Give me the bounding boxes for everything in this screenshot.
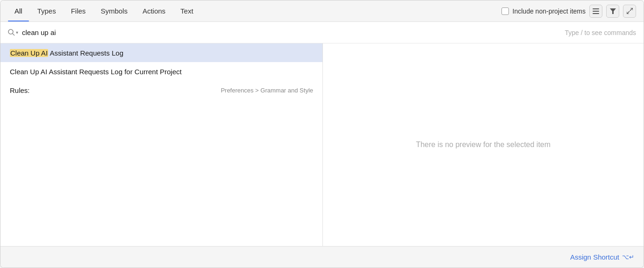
result-item-1[interactable]: Clean Up AI Assistant Requests Log: [0, 43, 322, 62]
search-bar: ▾ Type / to see commands: [0, 22, 644, 43]
tab-symbols[interactable]: Symbols: [94, 4, 134, 18]
search-dialog: All Types Files Symbols Actions Text Inc…: [0, 0, 644, 268]
svg-line-4: [630, 8, 633, 11]
assign-shortcut-label: Assign Shortcut: [570, 253, 619, 261]
tab-types[interactable]: Types: [31, 4, 63, 18]
expand-icon: [627, 8, 633, 14]
svg-line-5: [627, 11, 630, 14]
svg-rect-1: [593, 11, 599, 12]
list-icon: [593, 8, 599, 14]
shortcut-keys: ⌥↵: [622, 254, 634, 261]
result-item-1-rest: Assistant Requests Log: [48, 49, 123, 57]
results-panel: Clean Up AI Assistant Requests Log Clean…: [0, 43, 323, 246]
include-non-project-checkbox[interactable]: [501, 7, 509, 15]
filter-icon: [610, 8, 616, 14]
svg-marker-3: [610, 8, 616, 14]
rules-right-text: Preferences > Grammar and Style: [221, 87, 313, 94]
tab-files[interactable]: Files: [64, 4, 93, 18]
result-item-2-text: Clean Up AI Assistant Requests Log for C…: [10, 68, 182, 76]
tab-options: Include non-project items: [501, 5, 636, 18]
filter-button[interactable]: [606, 5, 619, 18]
tab-text[interactable]: Text: [174, 4, 200, 18]
expand-button[interactable]: [623, 5, 636, 18]
tab-bar: All Types Files Symbols Actions Text Inc…: [0, 0, 644, 22]
search-hint: Type / to see commands: [565, 29, 636, 36]
tab-all[interactable]: All: [8, 4, 29, 18]
result-item-2[interactable]: Clean Up AI Assistant Requests Log for C…: [0, 62, 322, 81]
result-item-2-left: Clean Up AI Assistant Requests Log for C…: [10, 68, 182, 76]
main-area: Clean Up AI Assistant Requests Log Clean…: [0, 43, 644, 246]
result-item-1-left: Clean Up AI Assistant Requests Log: [10, 49, 123, 57]
svg-point-6: [8, 29, 13, 34]
preview-panel: There is no preview for the selected ite…: [323, 43, 644, 246]
tab-actions[interactable]: Actions: [136, 4, 172, 18]
no-preview-text: There is no preview for the selected ite…: [416, 141, 551, 149]
svg-rect-2: [593, 13, 599, 14]
svg-line-7: [13, 34, 14, 35]
include-non-project-label: Include non-project items: [513, 7, 586, 15]
result-item-1-highlight: Clean Up AI: [10, 49, 48, 57]
bottom-bar: Assign Shortcut ⌥↵: [0, 246, 644, 268]
svg-rect-0: [593, 8, 599, 9]
list-view-button[interactable]: [589, 5, 602, 18]
rules-item[interactable]: Rules: Preferences > Grammar and Style: [0, 81, 322, 99]
assign-shortcut-button[interactable]: Assign Shortcut ⌥↵: [570, 253, 634, 261]
include-non-project-container: Include non-project items: [501, 7, 586, 15]
search-input[interactable]: [22, 28, 565, 36]
search-icon: [8, 29, 15, 36]
rules-label: Rules:: [10, 86, 30, 94]
search-filter-arrow: ▾: [16, 30, 18, 35]
